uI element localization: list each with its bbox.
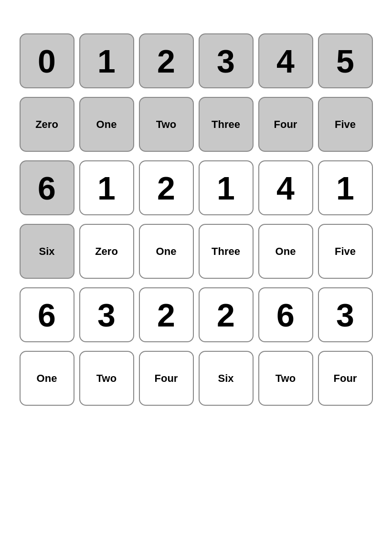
number-card-r2-c2: 2 bbox=[139, 287, 194, 342]
number-card-r2-c5: 3 bbox=[318, 287, 373, 342]
word-card-r1-c1: Zero bbox=[79, 224, 134, 279]
number-card-r0-c0: 0 bbox=[20, 33, 74, 88]
number-card-r1-c0: 6 bbox=[20, 160, 74, 215]
number-card-r0-c5: 5 bbox=[318, 33, 373, 88]
word-card-r0-c0: Zero bbox=[20, 97, 74, 152]
number-card-r1-c5: 1 bbox=[318, 160, 373, 215]
number-card-r2-c3: 2 bbox=[199, 287, 254, 342]
word-card-r0-c2: Two bbox=[139, 97, 194, 152]
number-card-r1-c2: 2 bbox=[139, 160, 194, 215]
word-card-r2-c5: Four bbox=[318, 351, 373, 406]
word-card-r2-c0: One bbox=[20, 351, 74, 406]
word-row-1: SixZeroOneThreeOneFive bbox=[20, 224, 373, 279]
number-row-0: 012345 bbox=[20, 33, 373, 88]
number-row-2: 632263 bbox=[20, 287, 373, 342]
word-card-r1-c2: One bbox=[139, 224, 194, 279]
number-card-r0-c2: 2 bbox=[139, 33, 194, 88]
number-card-r2-c4: 6 bbox=[258, 287, 313, 342]
word-card-r0-c1: One bbox=[79, 97, 134, 152]
word-row-0: ZeroOneTwoThreeFourFive bbox=[20, 97, 373, 152]
number-card-r2-c0: 6 bbox=[20, 287, 74, 342]
word-card-r2-c3: Six bbox=[199, 351, 254, 406]
number-card-r1-c3: 1 bbox=[199, 160, 254, 215]
word-card-r2-c2: Four bbox=[139, 351, 194, 406]
word-card-r2-c1: Two bbox=[79, 351, 134, 406]
word-card-r1-c5: Five bbox=[318, 224, 373, 279]
number-card-r0-c4: 4 bbox=[258, 33, 313, 88]
word-card-r2-c4: Two bbox=[258, 351, 313, 406]
word-card-r0-c4: Four bbox=[258, 97, 313, 152]
number-card-r1-c4: 4 bbox=[258, 160, 313, 215]
number-card-r2-c1: 3 bbox=[79, 287, 134, 342]
number-row-1: 612141 bbox=[20, 160, 373, 215]
word-card-r1-c3: Three bbox=[199, 224, 254, 279]
number-card-r1-c1: 1 bbox=[79, 160, 134, 215]
word-row-2: OneTwoFourSixTwoFour bbox=[20, 351, 373, 406]
word-card-r1-c0: Six bbox=[20, 224, 74, 279]
word-card-r0-c5: Five bbox=[318, 97, 373, 152]
number-card-r0-c1: 1 bbox=[79, 33, 134, 88]
number-card-r0-c3: 3 bbox=[199, 33, 254, 88]
word-card-r0-c3: Three bbox=[199, 97, 254, 152]
word-card-r1-c4: One bbox=[258, 224, 313, 279]
